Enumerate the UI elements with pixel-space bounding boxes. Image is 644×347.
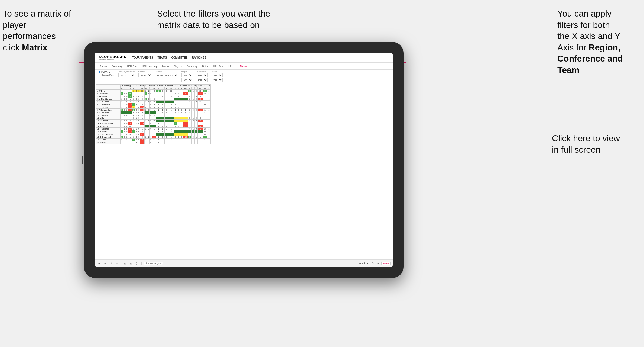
annotation-bottom-right: Click here to view in full screen	[552, 133, 633, 155]
players-select-1[interactable]: (All)	[211, 73, 223, 77]
tab-players[interactable]: Players	[173, 64, 183, 68]
annotation-top-center: Select the filters you want the matrix d…	[157, 8, 282, 31]
screen-btn[interactable]: ⧉	[371, 262, 374, 265]
filters-row: Full View Compact View Max players in vi…	[95, 70, 393, 83]
division-select[interactable]: NCAA Division I	[155, 73, 178, 77]
table-row: 3. J Koivun 1102 0102 01013 04011 0103 1…	[96, 95, 211, 98]
col-header-2: 2. L Clanton	[132, 85, 144, 87]
separator-1	[121, 262, 121, 265]
annotation-top-left: To see a matrix of player performances c…	[3, 8, 81, 53]
gender-select[interactable]: Men's	[138, 73, 152, 77]
redo-btn[interactable]: ↪	[103, 262, 107, 265]
refresh-btn[interactable]: ↺	[109, 262, 113, 265]
zoom-out-btn[interactable]: ⊟	[129, 262, 133, 265]
table-row: 1. W Ding 12011 110-2 12017 01013 02	[96, 90, 211, 92]
table-row: 6. C Lamprecht 100-16 24124 3005 1106 11…	[96, 103, 211, 106]
table-row: 14. J Lundin 11010 1111 100-7 111-7	[96, 125, 211, 128]
nav-committee[interactable]: COMMITTEE	[171, 56, 188, 59]
matrix-area[interactable]: 1. W Ding 2. L Clanton 3. J Koivun 4. M …	[95, 83, 393, 259]
table-row: 4. M Thorbjornsen 1001 1010 1003 110-6 1	[96, 98, 211, 101]
region-select[interactable]: N/A	[181, 73, 193, 77]
separator-2	[141, 262, 142, 265]
tab-summary-2[interactable]: Summary	[186, 64, 199, 68]
main-nav: TOURNAMENTS TEAMS COMMITTEE RANKINGS	[132, 56, 206, 59]
conference-select-2[interactable]: (All)	[196, 78, 208, 82]
table-row: 13. J Skov Olesen 110-3 210-15 1001 1001…	[96, 122, 211, 125]
share-icon-btn[interactable]: ⤢	[115, 262, 119, 265]
col-header-3: 3. J Koivun	[144, 85, 156, 87]
bottom-toolbar: ↩ ↪ ↺ ⤢ ⊞ ⊟ ⛶ 🖥 View: Original Watch ▼ ⧉…	[95, 259, 393, 267]
nav-tournaments[interactable]: TOURNAMENTS	[132, 56, 153, 59]
tab-matrix-active[interactable]: Matrix	[239, 64, 249, 68]
tab-matrix[interactable]: Matrix	[161, 64, 170, 68]
table-row: 5. M La Sasso 1006 1101 11014 11014	[96, 101, 211, 103]
table-row: 19. D Ford 2011 220-6 10013 1007 11	[96, 139, 211, 141]
tab-h2h-dots[interactable]: H2H...	[227, 64, 236, 68]
tab-summary-1[interactable]: Summary	[111, 64, 123, 68]
filter-region: Region N/A N/A	[181, 71, 193, 82]
logo-text: SCOREBOARD	[99, 55, 127, 59]
filter-max-players: Max players in view Top 25	[118, 71, 135, 77]
share-btn[interactable]: Share	[381, 262, 391, 265]
filter-players: Players (All) (All)	[211, 71, 223, 82]
players-select-2[interactable]: (All)	[211, 78, 223, 82]
radio-full-view[interactable]	[99, 71, 100, 73]
tab-h2h-grid[interactable]: H2H Grid	[126, 64, 138, 68]
tab-detail[interactable]: Detail	[201, 64, 210, 68]
watch-btn[interactable]: Watch ▼	[358, 262, 369, 265]
annotation-top-right: You can apply filters for both the X axi…	[557, 8, 639, 76]
nav-teams[interactable]: TEAMS	[158, 56, 167, 59]
view-original-btn[interactable]: 🖥 View: Original	[144, 262, 163, 265]
table-row: 15. P Maichon 410-19 1101 1001 1101 410-…	[96, 128, 211, 130]
region-select-2[interactable]: N/A	[181, 78, 193, 82]
tablet-screen: SCOREBOARD Powered by clippd TOURNAMENTS…	[95, 53, 393, 267]
max-players-select[interactable]: Top 25	[118, 73, 135, 77]
tablet-frame: SCOREBOARD Powered by clippd TOURNAMENTS…	[84, 42, 404, 278]
zoom-in-btn[interactable]: ⊞	[123, 262, 127, 265]
settings-btn[interactable]: ⚙	[376, 262, 380, 265]
col-header-5: 5. M La Sasso	[174, 85, 188, 87]
table-row: 16. K Vilips 210-25 2204 3308 01	[96, 130, 211, 133]
matrix-table: 1. W Ding 2. L Clanton 3. J Koivun 4. M …	[96, 84, 211, 144]
filter-gender: Gender Men's	[138, 71, 152, 77]
tab-h2h-grid-2[interactable]: H2H Grid	[212, 64, 225, 68]
col-header-6: 6. C Lamprecht	[188, 85, 203, 87]
filter-division: Division NCAA Division I	[155, 71, 178, 77]
table-row: 9. N Gabrelcik 0000 0111 1111 1111 11	[96, 111, 211, 114]
col-header-1: 1. W Ding	[121, 85, 132, 87]
undo-btn[interactable]: ↩	[97, 262, 101, 265]
tab-h2h-heatmap[interactable]: H2H Heatmap	[141, 64, 159, 68]
table-row: 12. M Riedel 1106 1101 11014 100-6	[96, 120, 211, 122]
fullscreen-btn[interactable]: ⛶	[135, 262, 139, 265]
table-row: 8. P Summerhays 521-48 220-16 1001 1101 …	[96, 109, 211, 111]
col-header-players	[96, 85, 121, 90]
view-options: Full View Compact View	[99, 71, 115, 76]
table-row: 18. C Sherwood 2011 1300 110-11 1001 220…	[96, 136, 211, 139]
table-row: 17. S De La Fuente 2000 110-8 02	[96, 133, 211, 136]
radio-compact-view[interactable]	[99, 74, 100, 76]
table-row: 20. M Ford 331-11 1001 1007 11	[96, 141, 211, 144]
view-full[interactable]: Full View	[99, 71, 115, 73]
tab-teams[interactable]: Teams	[99, 64, 108, 68]
table-row: 2. L Clanton 21016 1101 100-6 -24 22	[96, 92, 211, 95]
filter-conference: Conference (All) (All)	[196, 71, 208, 82]
sub-nav: Teams Summary H2H Grid H2H Heatmap Matri…	[95, 63, 393, 70]
table-row: 11. M Ege 0101 0104	[96, 117, 211, 120]
view-compact[interactable]: Compact View	[99, 74, 115, 76]
view-icon: 🖥	[145, 262, 148, 265]
toolbar-right: Watch ▼ ⧉ ⚙ Share	[358, 262, 391, 265]
col-header-7: 7. G Sa	[203, 85, 211, 87]
table-row: 10. B Valdes 1101 01010 10011 11	[96, 114, 211, 117]
nav-rankings[interactable]: RANKINGS	[192, 56, 206, 59]
logo-area: SCOREBOARD Powered by clippd	[99, 55, 127, 61]
logo-sub: Powered by clippd	[99, 59, 127, 61]
app-header: SCOREBOARD Powered by clippd TOURNAMENTS…	[95, 53, 393, 63]
tablet-side-button	[82, 156, 83, 164]
conference-select-1[interactable]: (All)	[196, 73, 208, 77]
table-row: 7. G Sargent 200-16 220-15 0000 1103 100…	[96, 106, 211, 109]
col-header-4: 4. M Thorbjornsen	[156, 85, 174, 87]
